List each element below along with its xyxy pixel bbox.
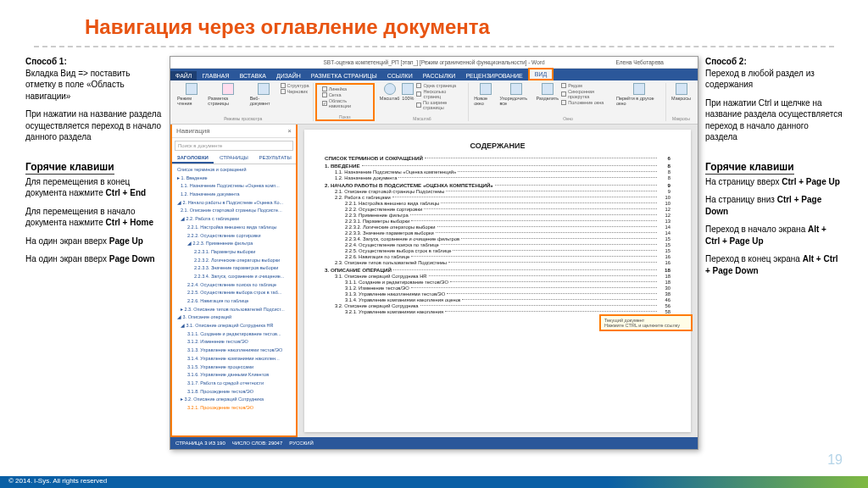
nav-tree-item[interactable]: 3.1.5. Управление процессами [174,363,294,372]
toc-line[interactable]: 2.2.3.4. Запуск, сохранение и очищение ф… [325,236,670,241]
toc-line[interactable]: 2.2. Работа с таблицами10 [325,195,670,200]
outline-check[interactable] [281,83,286,88]
nav-tree-item[interactable]: 2.2.5. Осуществление выбора строк в таб.… [174,289,294,297]
nav-tree-item[interactable]: 2.2.4. Осуществление поиска по таблице [174,281,294,290]
left-column: Способ 1:Вкладка Вид => поставить отметк… [25,56,170,450]
navigation-pane: Навигация× Поиск в документе ЗАГОЛОВКИ С… [170,125,298,437]
nav-pane-check[interactable]: ✓ [322,101,327,106]
toc-line[interactable]: 3.1.2. Изменение тестов/ЭО30 [325,286,670,291]
toc-line[interactable]: 2.1. Описание стартовой страницы Подсист… [325,189,670,194]
show-group: Линейка Сетка ✓Область навигации Показ [315,83,375,121]
nav-tab-headings[interactable]: ЗАГОЛОВКИ [172,153,214,164]
web-layout-button[interactable]: Веб-документ [250,83,278,106]
document-area: СОДЕРЖАНИЕ СПИСОК ТЕРМИНОВ И СОКРАЩЕНИЙ6… [298,125,698,437]
zoom-100-button[interactable]: 100% [402,83,414,101]
nav-tree-item[interactable]: 3.1.4. Управление компаниями накоплен... [174,355,294,363]
toc-line[interactable]: 2.2.1. Настройка внешнего вида таблицы10 [325,201,670,206]
tab-insert[interactable]: ВСТАВКА [235,71,271,80]
toc-line[interactable]: 1. ВВЕДЕНИЕ8 [325,163,670,169]
read-mode-button[interactable]: Режим чтения [177,83,205,106]
nav-tree-item[interactable]: 2.2.1. Настройка внешнего вида таблицы [174,224,294,232]
word-titlebar: SBТ-оценка компетенций_РП [этап_] [Режим… [170,57,698,69]
method2-head: Способ 2: [705,57,747,66]
toc-line[interactable]: 2.2.5. Осуществление выбора строк в табл… [325,248,670,253]
toc-line[interactable]: 3.1.3. Управление накоплениями тестов/ЭО… [325,291,670,297]
right-column: Способ 2:Переход в любой раздел из содер… [698,56,843,450]
nav-title: Навигация [176,127,210,135]
document-page: СОДЕРЖАНИЕ СПИСОК ТЕРМИНОВ И СОКРАЩЕНИЙ6… [304,130,691,432]
slide-title: Навигация через оглавление документа [0,0,868,46]
nav-tree-item[interactable]: 1.2. Назначение документа [174,191,294,199]
hotkeys-head-right: Горячие клавиши [705,160,794,175]
slide-page-number: 19 [827,452,843,468]
nav-tree-item[interactable]: 3.1.3. Управление накоплениями тестов/ЭО [174,347,294,355]
nav-tree-item[interactable]: 2.2.3.2. Логические операторы выборки [174,257,294,265]
toc-line[interactable]: 3.1.1. Создание и редактирование тестов/… [325,280,670,285]
toc-line[interactable]: 3.1. Описание операций Сотрудника HR18 [325,274,670,279]
nav-tree-item[interactable]: ▸ 3.2. Описание операций Сотрудника [174,396,294,404]
macros-button[interactable]: Макросы [671,83,691,101]
split-button[interactable]: Разделить [537,83,559,101]
status-bar: СТРАНИЦА 3 ИЗ 190 ЧИСЛО СЛОВ: 29047 РУСС… [170,437,698,449]
toc-line[interactable]: 2.2.2. Осуществление сортировки12 [325,207,670,212]
tab-layout[interactable]: РАЗМЕТКА СТРАНИЦЫ [306,71,382,80]
tab-design[interactable]: ДИЗАЙН [271,71,306,80]
nav-tree-item[interactable]: ◢ 2. Начало работы в Подсистеме «Оценка … [174,199,294,208]
nav-search-input[interactable]: Поиск в документе [175,141,293,151]
toc-line[interactable]: 1.1. Назначение Подсистемы «Оценка компе… [325,169,670,175]
nav-tab-pages[interactable]: СТРАНИЦЫ [214,153,255,164]
nav-tree-item[interactable]: 2.2.3.3. Значение параметров выборки [174,264,294,273]
toc-line[interactable]: 3.1.4. Управление компаниями накопления … [325,297,670,302]
nav-tree-item[interactable]: ◢ 3. Описание операций [174,313,294,322]
nav-tree-item[interactable]: ◢ 2.2. Работа с таблицами [174,215,294,224]
nav-tree-item[interactable]: ▸ 2.3. Описание типов пользователей Подс… [174,306,294,314]
toc-line[interactable]: 2.2.4. Осуществление поиска по таблице15 [325,242,670,247]
nav-tree-item[interactable]: 2.2.2. Осуществление сортировки [174,232,294,241]
footer-copyright: © 2014. i-Sys. All rights reserved [0,476,868,488]
toc-line[interactable]: 2. НАЧАЛО РАБОТЫ В ПОДСИСТЕМЕ «ОЦЕНКА КО… [325,182,670,188]
nav-tab-results[interactable]: РЕЗУЛЬТАТЫ [254,153,296,164]
toc-line[interactable]: 3. ОПИСАНИЕ ОПЕРАЦИЙ18 [325,267,670,273]
new-window-button[interactable]: Новое окно [474,83,497,106]
nav-tree-item[interactable]: 3.1.6. Управление данными Клиентов [174,371,294,380]
tab-review[interactable]: РЕЦЕНЗИРОВАНИЕ [460,71,527,80]
tab-mailings[interactable]: РАССЫЛКИ [418,71,461,80]
toc-line[interactable]: СПИСОК ТЕРМИНОВ И СОКРАЩЕНИЙ6 [325,155,670,161]
tab-view[interactable]: ВИД [528,68,554,80]
ribbon-body: Режим чтения Разметка страницы Веб-докум… [170,80,698,125]
grid-check[interactable] [322,92,327,97]
toc-line[interactable]: 2.2.6. Навигация по таблице16 [325,254,670,259]
nav-tree-item[interactable]: ▸ 1. Введение [174,175,294,183]
nav-tree-item[interactable]: 2.2.6. Навигация по таблице [174,297,294,306]
nav-tree-item[interactable]: 3.1.7. Работа со средой отчетности [174,380,294,388]
toc-line[interactable]: 2.2.3.1. Параметры выборки13 [325,219,670,224]
print-layout-button[interactable]: Разметка страницы [208,83,247,106]
tab-home[interactable]: ГЛАВНАЯ [197,71,234,80]
toc-line[interactable]: 2.2.3.3. Значение параметров выборки14 [325,230,670,236]
nav-tree-item[interactable]: 3.1.2. Изменение тестов/ЭО [174,338,294,347]
arrange-all-button[interactable]: Упорядочить все [499,83,533,106]
nav-tree-item[interactable]: Список терминов и сокращений [174,166,294,175]
toc-line[interactable]: 1.2. Назначение документа8 [325,175,670,180]
nav-tree-item[interactable]: 3.2.1. Прохождение тестов/ЭО [174,404,294,413]
nav-tree-item[interactable]: 2.2.3.1. Параметры выборки [174,248,294,257]
ruler-check[interactable] [322,86,327,92]
nav-tree-item[interactable]: 2.2.3.4. Запуск, сохранение и очищение..… [174,273,294,281]
nav-tree-item[interactable]: ◢ 3.1. Описание операций Сотрудника HR [174,322,294,330]
nav-tree-item[interactable]: 1.1. Назначение Подсистемы «Оценка комп.… [174,182,294,191]
toc-line[interactable]: 2.3. Описание типов пользователей Подсис… [325,260,670,265]
ctrl-click-tooltip: Текущий документ Нажмите CTRL и щелкните… [599,314,693,331]
nav-close-icon[interactable]: × [287,127,292,135]
draft-check[interactable] [281,89,286,94]
toc-line[interactable]: 2.2.3.2. Логические операторы выборки14 [325,225,670,230]
nav-tree-item[interactable]: 3.1.8. Прохождение тестов/ЭО [174,388,294,396]
tab-file[interactable]: ФАЙЛ [170,71,197,80]
nav-tree-item[interactable]: 2.1. Описание стартовой страницы Подсист… [174,207,294,215]
zoom-button[interactable]: Масштаб [380,83,400,101]
switch-window-button[interactable]: Перейти в другое окно [616,83,662,106]
nav-tree-item[interactable]: 3.1.1. Создание и редактирование тестов.… [174,330,294,339]
toc-line[interactable]: 3.2. Описание операций Сотрудника56 [325,303,670,308]
nav-tree-item[interactable]: ◢ 2.2.3. Применение фильтра [174,240,294,248]
tab-references[interactable]: ССЫЛКИ [382,71,418,80]
toc-line[interactable]: 2.2.3. Применение фильтра12 [325,213,670,218]
